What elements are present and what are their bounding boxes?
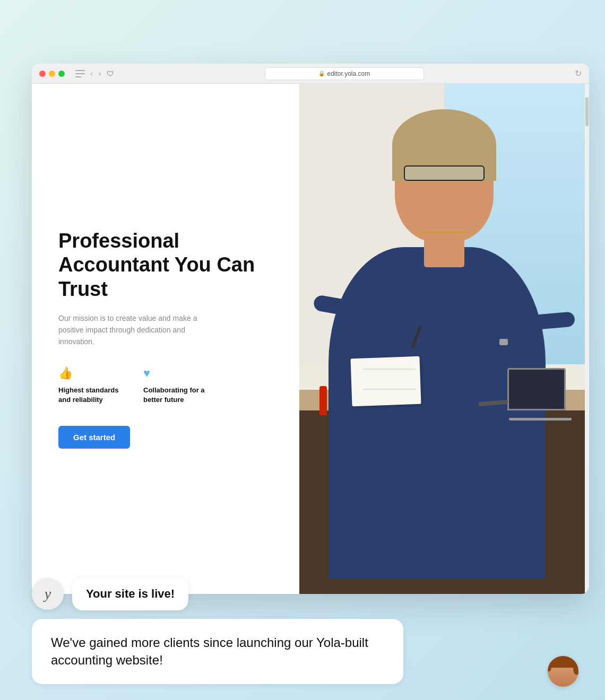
scrollbar-thumb[interactable]: [585, 97, 589, 126]
scrollbar[interactable]: [585, 84, 589, 594]
browser-content: Professional Accountant You Can Trust Ou…: [32, 84, 589, 594]
notebook-lines: [363, 389, 416, 390]
chat-bubble-1: Your site is live!: [72, 578, 188, 610]
browser-titlebar: ‹ › 🛡 🔒 editor.yola.com ↻: [32, 64, 589, 84]
watch: [499, 339, 508, 345]
avatar-hair-right: [573, 661, 578, 675]
address-bar-container: 🔒 editor.yola.com: [119, 67, 569, 80]
left-panel: Professional Accountant You Can Trust Ou…: [32, 84, 299, 594]
person-necklace: [415, 232, 473, 233]
chat-bubble-2-text: We've gained more clients since launchin…: [51, 635, 368, 668]
sidebar-toggle[interactable]: [75, 70, 85, 77]
hero-title: Professional Accountant You Can Trust: [58, 229, 273, 302]
browser-window: ‹ › 🛡 🔒 editor.yola.com ↻ Professional A…: [32, 64, 589, 594]
person-body: [329, 247, 546, 579]
url-text: editor.yola.com: [327, 70, 370, 77]
address-bar[interactable]: 🔒 editor.yola.com: [265, 67, 424, 80]
laptop-screen: [507, 368, 566, 410]
chat-bubble-2: We've gained more clients since launchin…: [32, 619, 403, 684]
photo-bg: [299, 84, 589, 594]
feature-standards-label: Highest standards and reliability: [58, 386, 122, 405]
avatar-hair-left: [548, 661, 551, 671]
feature-collaborating: ♥ Collaborating for a better future: [143, 366, 207, 405]
nav-forward[interactable]: ›: [98, 69, 101, 78]
traffic-light-red[interactable]: [39, 71, 46, 77]
svg-rect-2: [75, 76, 81, 77]
chat-bubble-1-text: Your site is live!: [86, 587, 175, 600]
hero-subtitle: Our mission is to create value and make …: [58, 312, 207, 348]
fire-extinguisher: [319, 386, 327, 415]
features-row: 👍 Highest standards and reliability ♥ Co…: [58, 366, 273, 405]
yola-avatar: y: [32, 578, 64, 610]
feature-collaborating-label: Collaborating for a better future: [143, 386, 207, 405]
chat-overlay: y Your site is live! We've gained more c…: [32, 578, 584, 684]
thumbs-up-icon: 👍: [58, 366, 122, 380]
traffic-light-yellow[interactable]: [49, 71, 55, 77]
yola-letter: y: [45, 585, 51, 602]
right-panel: [299, 84, 589, 594]
chat-bubble-row-2: We've gained more clients since launchin…: [32, 619, 584, 684]
heart-icon: ♥: [143, 366, 207, 380]
feature-standards: 👍 Highest standards and reliability: [58, 366, 122, 405]
nav-back[interactable]: ‹: [90, 69, 93, 78]
chat-bubble-row-1: y Your site is live!: [32, 578, 584, 610]
lock-icon: 🔒: [318, 71, 325, 76]
person-glasses: [404, 165, 485, 181]
avatar-face: [548, 656, 578, 687]
traffic-lights: [39, 71, 65, 77]
reload-button[interactable]: ↻: [575, 68, 582, 78]
notebook: [351, 356, 421, 406]
svg-rect-0: [75, 70, 85, 71]
laptop-base: [509, 418, 572, 421]
user-avatar: [548, 656, 578, 687]
svg-rect-1: [75, 73, 85, 74]
traffic-light-green[interactable]: [58, 71, 65, 77]
notebook-lines2: [363, 369, 416, 370]
security-shield: 🛡: [107, 69, 114, 78]
get-started-button[interactable]: Get started: [58, 426, 130, 449]
